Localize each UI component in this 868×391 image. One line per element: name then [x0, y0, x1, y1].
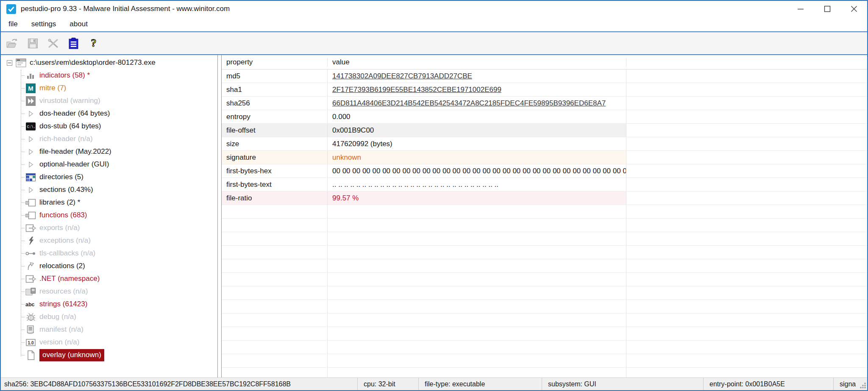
table-row-entropy[interactable]: entropy 0.000	[222, 110, 867, 124]
statusbar: sha256: 3EBC4D88AFD107563375136BCE533101…	[1, 377, 867, 390]
property-cell	[222, 205, 328, 218]
menubar: file settings about	[1, 17, 867, 32]
status-segment-subsystem: subsystem: GUI	[542, 378, 704, 390]
bar-chart-icon	[25, 72, 36, 79]
tree-root-file[interactable]: c:\users\rem\desktop\order-801273.exe	[1, 56, 217, 69]
lightning-icon	[25, 236, 36, 245]
value-cell: 0.000	[328, 110, 626, 123]
tree-item-relocations[interactable]: relocations (2)	[1, 260, 217, 272]
app-window: pestudio-pro 9.33 - Malware Initial Asse…	[0, 0, 868, 391]
value-cell	[328, 313, 626, 327]
menu-settings[interactable]: settings	[30, 19, 58, 29]
key-icon	[25, 251, 36, 256]
tree-item-sections[interactable]: sections (0.43%)	[1, 183, 217, 196]
tree-item-indicators[interactable]: indicators (58) *	[1, 69, 217, 82]
main-content: c:\users\rem\desktop\order-801273.exe in…	[1, 55, 867, 377]
tree-item-dos-stub[interactable]: C:\. dos-stub (64 bytes)	[1, 120, 217, 133]
tree-item-net[interactable]: .NET (namespace)	[1, 272, 217, 285]
curved-arrow-icon	[25, 262, 36, 271]
value-cell	[328, 368, 626, 377]
menu-about[interactable]: about	[68, 19, 89, 29]
tree-item-dos-header[interactable]: dos-header (64 bytes)	[1, 107, 217, 120]
value-cell: 99.57 %	[328, 191, 626, 205]
tree-expand-toggle[interactable]	[7, 60, 12, 66]
resize-grip[interactable]	[860, 383, 866, 388]
table-row-signature[interactable]: signature unknown	[222, 151, 867, 164]
tree-item-file-header[interactable]: file-header (May.2022)	[1, 145, 217, 158]
tree-item-virustotal[interactable]: virustotal (warning)	[1, 94, 217, 107]
property-cell: file-offset	[222, 124, 328, 137]
help-icon: ?	[89, 37, 99, 49]
window-title: pestudio-pro 9.33 - Malware Initial Asse…	[21, 5, 230, 13]
property-cell: sha256	[222, 97, 328, 110]
minimize-button[interactable]	[787, 1, 814, 17]
svg-text:1.0: 1.0	[28, 340, 34, 345]
tree-item-resources[interactable]: resources (n/a)	[1, 285, 217, 298]
table-row-empty	[222, 259, 867, 273]
spacer-cell	[626, 300, 867, 313]
spacer-cell	[626, 124, 867, 137]
tree-item-optional-header[interactable]: optional-header (GUI)	[1, 158, 217, 171]
version-icon: 1.0	[25, 339, 36, 346]
column-header-value[interactable]: value	[328, 58, 626, 67]
hash-link[interactable]: 2F17E7393B6199E55BE143852CEBE1971002E699	[328, 83, 626, 96]
tree-item-libraries[interactable]: libraries (2) *	[1, 196, 217, 209]
tree-item-functions[interactable]: functions (683)	[1, 209, 217, 222]
tree-item-overlay[interactable]: overlay (unknown)	[1, 349, 217, 361]
tree-item-exceptions[interactable]: exceptions (n/a)	[1, 234, 217, 247]
chevron-right-icon	[25, 111, 36, 117]
table-row-sha256[interactable]: sha256 66D811A48406E3D214B542EB542543472…	[222, 97, 867, 110]
table-row-empty	[222, 246, 867, 259]
caption-buttons	[787, 1, 867, 17]
hash-link[interactable]: 141738302A09DEE827CB7913ADD27CBE	[328, 69, 626, 83]
property-cell	[222, 259, 328, 272]
table-row-empty	[222, 300, 867, 313]
maximize-button[interactable]	[814, 1, 840, 17]
spacer-cell	[626, 286, 867, 299]
table-row-file-ratio[interactable]: file-ratio 99.57 %	[222, 191, 867, 205]
tree-panel: c:\users\rem\desktop\order-801273.exe in…	[1, 55, 218, 377]
table-row-first-bytes-hex[interactable]: first-bytes-hex 00 00 00 00 00 00 00 00 …	[222, 164, 867, 178]
property-cell: entropy	[222, 110, 328, 123]
table-row-file-offset[interactable]: file-offset 0x001B9C00	[222, 124, 867, 137]
chevron-right-icon	[25, 161, 36, 168]
tree-item-exports[interactable]: exports (n/a)	[1, 222, 217, 234]
table-row-sha1[interactable]: sha1 2F17E7393B6199E55BE143852CEBE197100…	[222, 83, 867, 97]
tree-item-directories[interactable]: directories (5)	[1, 171, 217, 183]
tree-item-rich-header[interactable]: rich-header (n/a)	[1, 133, 217, 145]
panel-splitter[interactable]	[218, 55, 221, 377]
svg-text:abc: abc	[25, 302, 35, 308]
spacer-cell	[626, 83, 867, 96]
spacer-cell	[626, 69, 867, 83]
open-file-button[interactable]	[5, 36, 19, 50]
property-cell	[222, 354, 328, 367]
module-tree: c:\users\rem\desktop\order-801273.exe in…	[1, 56, 217, 361]
close-button[interactable]	[840, 1, 867, 17]
tree-item-tls-callbacks[interactable]: tls-callbacks (n/a)	[1, 247, 217, 260]
tree-item-version[interactable]: 1.0 version (n/a)	[1, 336, 217, 349]
close-icon	[851, 6, 857, 12]
tree-item-debug[interactable]: debug (n/a)	[1, 311, 217, 323]
save-button[interactable]	[25, 36, 40, 50]
spacer-cell	[626, 97, 867, 110]
column-header-property[interactable]: property	[222, 58, 328, 67]
table-row-first-bytes-text[interactable]: first-bytes-text .. .. .. .. .. .. .. ..…	[222, 178, 867, 191]
value-cell	[328, 354, 626, 367]
value-cell	[328, 327, 626, 340]
value-cell	[328, 219, 626, 232]
menu-file[interactable]: file	[7, 19, 19, 29]
tree-item-strings[interactable]: abc strings (61423)	[1, 298, 217, 311]
open-folder-icon	[6, 38, 18, 49]
mitre-icon: M	[25, 83, 36, 93]
console-icon: C:\.	[25, 122, 36, 130]
tree-item-manifest[interactable]: manifest (n/a)	[1, 323, 217, 336]
table-row-md5[interactable]: md5 141738302A09DEE827CB7913ADD27CBE	[222, 69, 867, 83]
tools-icon	[47, 38, 59, 49]
tools-button[interactable]	[46, 36, 60, 50]
property-cell	[222, 219, 328, 232]
report-button[interactable]	[66, 36, 81, 50]
help-button[interactable]: ?	[86, 36, 101, 50]
hash-link[interactable]: 66D811A48406E3D214B542EB542543472A8C2185…	[328, 97, 626, 110]
tree-item-mitre[interactable]: M mitre (7)	[1, 82, 217, 94]
table-row-size[interactable]: size 417620992 (bytes)	[222, 137, 867, 151]
